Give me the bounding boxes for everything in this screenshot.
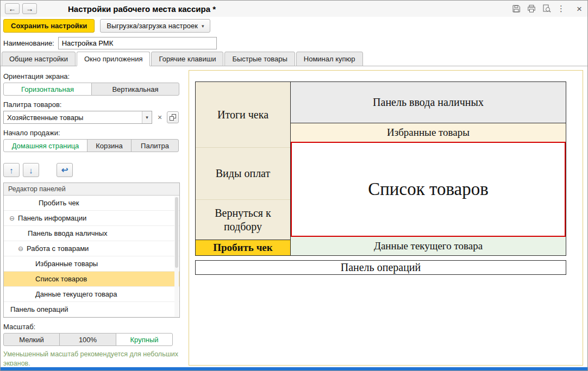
tab-banknote-denominations[interactable]: Номинал купюр: [296, 52, 363, 66]
settings-panel: Ориентация экрана: Горизонтальная Вертик…: [1, 67, 184, 366]
move-down-button[interactable]: ↓: [23, 163, 39, 177]
preview-panel-payment-types[interactable]: Виды оплат: [196, 147, 290, 199]
chevron-down-icon: ▾: [202, 23, 204, 29]
scale-large-button[interactable]: Крупный: [116, 333, 173, 346]
preview-icon[interactable]: [542, 4, 551, 14]
tab-general-settings[interactable]: Общие настройки: [2, 52, 76, 66]
tree-item-operations-panel[interactable]: Панель операций: [4, 302, 179, 317]
close-icon[interactable]: ×: [577, 4, 582, 14]
orientation-toggle: Горизонтальная Вертикальная: [3, 83, 181, 96]
preview-panel-commit-receipt[interactable]: Пробить чек: [196, 240, 290, 255]
export-import-label: Выгрузка/загрузка настроек: [107, 22, 198, 30]
tree-item-product-list[interactable]: Список товаров: [4, 272, 179, 287]
save-settings-button[interactable]: Сохранить настройки: [3, 19, 95, 33]
tree-scrollbar[interactable]: [174, 196, 179, 317]
overlapping-squares-icon: [170, 114, 176, 121]
move-up-button[interactable]: ↑: [3, 163, 20, 177]
arrow-up-icon: ↑: [9, 166, 14, 175]
orientation-vertical-button[interactable]: Вертикальная: [91, 83, 179, 96]
palette-field[interactable]: Хозяйственные товары ▾: [3, 111, 152, 124]
name-label: Наименование:: [3, 39, 54, 47]
preview-panel-product-list[interactable]: Список товаров: [291, 142, 566, 237]
name-input[interactable]: [58, 37, 217, 49]
forward-button[interactable]: →: [22, 3, 37, 14]
scale-small-button[interactable]: Мелкий: [3, 333, 60, 346]
name-row: Наименование:: [1, 35, 587, 52]
tab-application-window[interactable]: Окно приложения: [77, 52, 151, 66]
sale-start-label: Начало продажи:: [3, 129, 181, 137]
dropdown-caret-icon[interactable]: ▾: [142, 111, 152, 123]
clear-icon[interactable]: ×: [155, 112, 165, 123]
collapse-icon[interactable]: ⊖: [9, 215, 15, 222]
print-icon[interactable]: [527, 4, 536, 14]
palette-label: Палитра товаров:: [3, 100, 181, 109]
preview-panel-operations[interactable]: Панель операций: [195, 260, 566, 275]
more-icon[interactable]: ⋮: [557, 4, 565, 14]
sale-start-palette-button[interactable]: Палитра: [131, 139, 179, 152]
preview-panel-receipt-totals[interactable]: Итоги чека: [196, 82, 290, 147]
orientation-horizontal-button[interactable]: Горизонтальная: [3, 83, 92, 96]
tree-item-commit-receipt[interactable]: Пробить чек: [4, 196, 179, 211]
sale-start-home-button[interactable]: Домашняя страница: [3, 139, 87, 152]
sale-start-cart-button[interactable]: Корзина: [87, 139, 132, 152]
tree-item-cash-input-panel[interactable]: Панель ввода наличных: [4, 226, 179, 241]
palette-combo: Хозяйственные товары ▾ ×: [3, 111, 181, 124]
preview-left-column: Итоги чека Виды оплат Вернуться к подбор…: [196, 82, 291, 255]
open-list-button[interactable]: [167, 111, 179, 123]
tab-hotkeys[interactable]: Горячие клавиши: [151, 52, 223, 66]
panel-move-toolbar: ↑ ↓ ↩: [3, 163, 181, 177]
preview-panel-favorites[interactable]: Избранные товары: [291, 123, 566, 142]
preview-panel-back-to-selection[interactable]: Вернуться к подбору: [196, 199, 290, 240]
sale-start-toggle: Домашняя страница Корзина Палитра: [3, 139, 181, 152]
return-arrow-icon: ↩: [61, 165, 68, 175]
preview-right-stack: Панель ввода наличных Избранные товары С…: [291, 82, 566, 255]
tree-item-info-panel[interactable]: ⊖ Панель информации: [4, 211, 179, 226]
back-icon: ←: [9, 4, 16, 13]
command-bar: Сохранить настройки Выгрузка/загрузка на…: [1, 17, 587, 35]
app-window: ← → Настройки рабочего места кассира * ⋮…: [0, 0, 588, 371]
title-bar: ← → Настройки рабочего места кассира * ⋮…: [1, 1, 587, 17]
preview-panel-current-product[interactable]: Данные текущего товара: [291, 237, 566, 255]
forward-icon: →: [26, 4, 34, 13]
preview-panel-cash-input[interactable]: Панель ввода наличных: [291, 82, 566, 123]
export-import-settings-button[interactable]: Выгрузка/загрузка настроек ▾: [100, 19, 210, 33]
page-title: Настройки рабочего места кассира *: [68, 4, 216, 14]
save-icon[interactable]: [511, 4, 521, 14]
arrow-down-icon: ↓: [29, 166, 33, 175]
preview-main-block: Итоги чека Виды оплат Вернуться к подбор…: [195, 81, 566, 256]
taskbar-sliver: [1, 367, 587, 370]
layout-preview: Итоги чека Виды оплат Вернуться к подбор…: [189, 70, 583, 366]
reset-layout-button[interactable]: ↩: [57, 163, 73, 177]
tab-bar: Общие настройки Окно приложения Горячие …: [1, 52, 587, 66]
orientation-label: Ориентация экрана:: [3, 72, 181, 80]
scale-hint-text: Уменьшенный масштаб рекомендуется для не…: [3, 350, 178, 366]
panel-editor-tree: Редактор панелей Пробить чек ⊖ Панель ин…: [3, 183, 180, 318]
tab-quick-goods[interactable]: Быстрые товары: [224, 52, 295, 66]
back-button[interactable]: ←: [5, 3, 20, 14]
tree-item-favorites[interactable]: Избранные товары: [4, 256, 179, 272]
scale-label: Масштаб:: [3, 323, 181, 331]
palette-value: Хозяйственные товары: [4, 114, 142, 122]
collapse-icon[interactable]: ⊖: [18, 245, 23, 253]
scale-100-button[interactable]: 100%: [59, 333, 116, 346]
tree-header: Редактор панелей: [4, 183, 179, 196]
tree-item-current-product[interactable]: Данные текущего товара: [4, 287, 179, 302]
scale-toggle: Мелкий 100% Крупный: [3, 333, 181, 346]
tree-item-goods-work[interactable]: ⊖ Работа с товарами: [4, 241, 179, 256]
